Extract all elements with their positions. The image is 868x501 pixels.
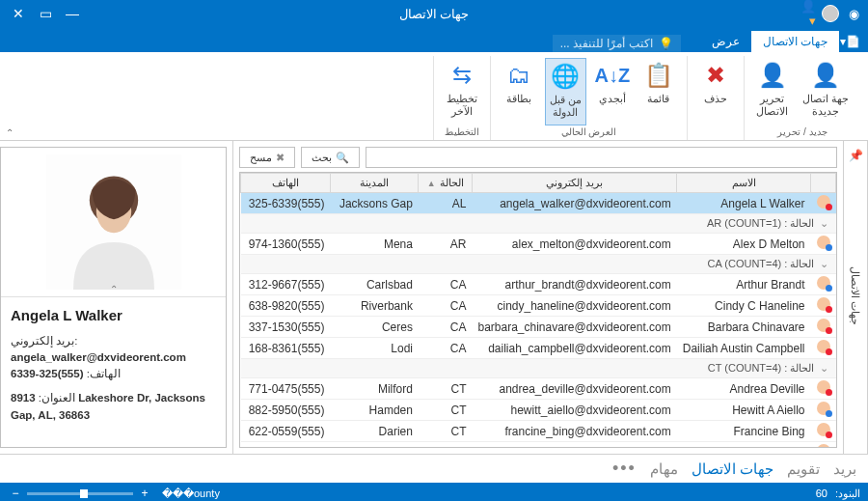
cell-city: Carlsbad [330,274,419,295]
nav-calendar[interactable]: تقويم [787,460,820,478]
help-icon[interactable]: ◉ [845,5,862,22]
view-card-label: بطاقة [506,93,531,105]
nav-mail[interactable]: بريد [833,460,856,478]
group-row[interactable]: ⌄ الحالة : CT (COUNT=4) [241,359,836,378]
cell-phone: 882-5950(555) [241,400,331,421]
search-input[interactable] [366,147,837,168]
group-title-layout: التخطيط [445,125,479,138]
table-row[interactable]: Barbara Chinavarebarbara_chinavare@dxvid… [241,317,836,338]
grid-header-row: الاسم بريد إلكتروني الحالة▲ المدينة الها… [241,174,836,193]
cell-name: Alex D Melton [677,234,811,255]
chevron-down-icon: ⌄ [820,362,828,374]
cell-city: Milford [330,442,419,449]
col-phone[interactable]: الهاتف [241,174,331,193]
pin-icon[interactable]: 📌 [849,149,863,162]
account-dropdown-icon[interactable]: 👤▾ [799,5,816,22]
table-row[interactable]: Alex D Meltonalex_melton@dxvideorent.com… [241,234,836,255]
view-alpha-label: أبجدي [599,93,626,105]
group-title-current-view: العرض الحالي [561,125,617,138]
search-icon: 🔍 [336,152,349,164]
gender-icon [811,400,836,421]
cell-phone: 638-9820(555) [241,295,331,317]
ribbon: 👤 جهة اتصال جديدة 👤 تحرير الاتصال جديد /… [0,52,868,141]
group-title-new-edit: جديد / تحرير [777,125,827,138]
maximize-button[interactable]: ▭ [33,4,58,23]
minimize-button[interactable]: — [60,4,85,23]
user-avatar[interactable] [822,5,839,22]
group-row[interactable]: ⌄ الحالة : CA (COUNT=4) [241,255,836,274]
table-row[interactable]: Hewitt A Aiellohewitt_aiello@dxvideorent… [241,400,836,421]
edit-contact-button[interactable]: 👤 تحرير الاتصال [752,58,793,125]
zoom-handle-icon[interactable]: ���ounty [162,487,220,500]
delete-button[interactable]: ✖ حذف [695,58,736,136]
detail-phone: (555)325-6339 [11,368,84,379]
group-row[interactable]: ⌄ الحالة : AR (COUNT=1) [241,214,836,234]
cell-phone: 325-6339(555) [241,193,331,214]
flip-layout-button[interactable]: ⇆ تخطيط الآخر [442,58,482,125]
tab-contacts[interactable]: جهات الاتصال [751,31,839,52]
clear-button[interactable]: ✖مسح [239,147,295,168]
cell-phone: 622-0559(555) [241,421,331,442]
table-row[interactable]: Cindy C Hanelinecindy_haneline@dxvideore… [241,295,836,317]
cell-phone: 312-9667(555) [241,274,331,295]
col-name[interactable]: الاسم [677,174,811,193]
cell-name: Barbara L Faircloth [677,442,811,449]
edit-contact-icon: 👤 [757,60,788,91]
window-title: جهات الاتصال [0,7,868,21]
records-label: البنود: [835,487,860,500]
col-icon[interactable] [811,174,836,193]
view-by-state-button[interactable]: 🌐 من قبل الدولة [545,58,586,125]
table-row[interactable]: Arthur Brandtarthur_brandt@dxvideorent.c… [241,274,836,295]
bulb-icon: 💡 [659,37,673,50]
zoom-out-button[interactable]: − [8,487,23,500]
zoom-control[interactable]: − + ���ounty [8,487,220,500]
photo-placeholder-icon [46,154,181,290]
col-city[interactable]: المدينة [330,174,419,193]
nav-more-icon[interactable]: ••• [612,459,637,479]
tell-me-search[interactable]: 💡 اكتب أمرًا للتنفيذ ... [553,35,681,52]
col-email[interactable]: بريد إلكتروني [472,174,676,193]
right-rail: 📌 جهات الاتصال [843,141,868,454]
cell-email: dailiah_campbell@dxvideorent.com [472,338,676,359]
view-card-button[interactable]: 🗂 بطاقة [499,58,539,125]
table-row[interactable]: Dailiah Austin Campbelldailiah_campbell@… [241,338,836,359]
nav-tasks[interactable]: مهام [650,460,678,478]
delete-label: حذف [704,93,727,105]
title-bar: ✕ ▭ — جهات الاتصال ◉ 👤▾ [0,0,868,27]
detail-email-label: بريد إلكتروني: [11,335,77,347]
view-list-button[interactable]: 📋 قائمة [638,58,679,125]
table-row[interactable]: Francine Bingfrancine_bing@dxvideorent.c… [241,421,836,442]
close-button[interactable]: ✕ [6,4,31,23]
table-row[interactable]: Barbara L Fairclothbarbara_faircloth@dxv… [241,442,836,449]
new-contact-label: جهة اتصال جديدة [802,93,849,118]
chevron-down-icon: ⌄ [820,217,828,229]
new-contact-button[interactable]: 👤 جهة اتصال جديدة [799,58,853,125]
cell-state: CA [419,317,473,338]
globe-icon: 🌐 [550,61,581,92]
gender-icon [811,421,836,442]
gender-icon [811,317,836,338]
cell-state: AR [419,234,473,255]
flip-layout-label: تخطيط الآخر [447,93,477,118]
detail-email: angela_walker@dxvideorent.com [11,351,186,363]
cell-email: hewitt_aiello@dxvideorent.com [472,400,676,421]
find-button[interactable]: 🔍بحث [301,147,360,168]
detail-name: Angela L Walker [11,305,216,327]
cell-phone: 168-8361(555) [241,338,331,359]
cell-name: Cindy C Haneline [677,295,811,317]
table-row[interactable]: Angela L Walkerangela_walker@dxvideorent… [241,193,836,214]
zoom-in-button[interactable]: + [137,487,152,500]
cell-email: andrea_deville@dxvideorent.com [472,378,676,400]
nav-contacts[interactable]: جهات الاتصال [692,460,773,478]
gender-icon [811,274,836,295]
ribbon-collapse-button[interactable]: ⌃ [6,127,14,138]
file-menu-button[interactable]: 📄▾ [839,31,860,52]
bottom-nav: بريد تقويم جهات الاتصال مهام ••• [0,454,868,483]
col-state[interactable]: الحالة▲ [419,174,473,193]
zoom-slider[interactable] [27,492,133,495]
list-icon: 📋 [643,60,674,91]
table-row[interactable]: Andrea Devilleandrea_deville@dxvideorent… [241,378,836,400]
tab-view[interactable]: عرض [700,31,751,52]
photo-expand-icon[interactable]: ⌃ [110,284,118,294]
view-alpha-button[interactable]: A↓Z أبجدي [592,58,633,125]
